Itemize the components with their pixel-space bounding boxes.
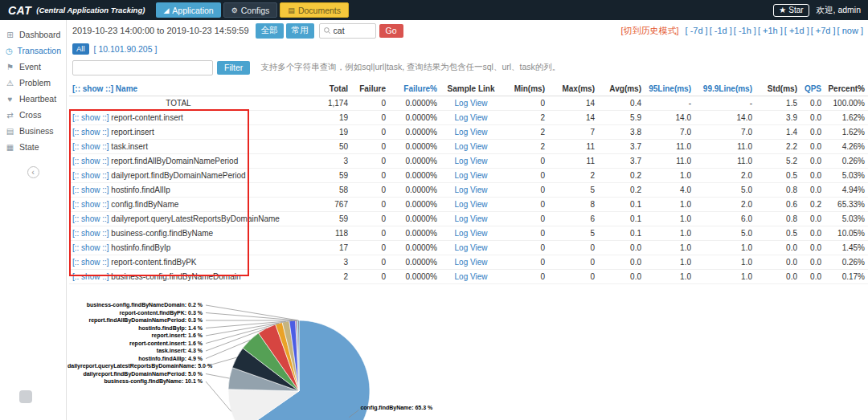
name-cell: [:: show ::] business-config.findByName	[69, 226, 288, 241]
show-link[interactable]: [:: show ::]	[72, 214, 109, 223]
time-shift-link-6[interactable]: [ now ]	[837, 26, 863, 35]
column-header-11[interactable]: QPS	[800, 82, 825, 96]
log-view-link[interactable]: Log View	[455, 272, 488, 281]
time-nav: [切到历史模式] [ -7d ][ -1d ][ -1h ][ +1h ][ +…	[620, 25, 863, 37]
show-link[interactable]: [:: show ::]	[72, 142, 109, 151]
log-view-link[interactable]: Log View	[455, 142, 488, 151]
sidebar-item-heartbeat[interactable]: ♥Heartbeat	[0, 91, 66, 107]
table-cell: 0	[502, 255, 548, 270]
sidebar-item-transaction[interactable]: ◷Transaction	[0, 43, 66, 59]
machine-all-chip[interactable]: All	[72, 43, 89, 55]
sidebar-item-problem[interactable]: ⚠Problem	[0, 75, 66, 91]
time-shift-link-3[interactable]: [ +1h ]	[758, 26, 783, 35]
show-link[interactable]: [:: show ::]	[72, 186, 109, 194]
time-shift-link-1[interactable]: [ -1d ]	[710, 26, 732, 35]
table-cell: 0	[351, 125, 389, 140]
log-view-link[interactable]: Log View	[455, 99, 488, 108]
tab-documents[interactable]: ▤ Documents	[280, 2, 349, 18]
table-cell: 8	[548, 198, 598, 212]
table-cell: 0.0000%	[389, 140, 440, 154]
table-cell: 7.0	[694, 125, 755, 140]
sidebar-item-event[interactable]: ⚑Event	[0, 59, 66, 75]
show-link[interactable]: [:: show ::]	[72, 171, 109, 180]
sidebar-item-business[interactable]: ▤Business	[0, 123, 66, 139]
log-view-link[interactable]: Log View	[455, 128, 488, 137]
sample-link-cell: Log View	[440, 96, 502, 111]
time-shift-link-2[interactable]: [ -1h ]	[734, 26, 756, 35]
app-logo: CAT	[8, 4, 31, 17]
table-cell: 7	[548, 125, 598, 140]
scroll-top-widget[interactable]	[19, 390, 32, 403]
column-header-3[interactable]: Failure%	[389, 82, 440, 96]
sample-link-cell: Log View	[440, 183, 502, 198]
machine-ip-link[interactable]: [ 10.101.90.205 ]	[94, 44, 158, 54]
common-button[interactable]: 常用	[286, 23, 314, 39]
star-button[interactable]: ★ Star	[773, 4, 809, 17]
table-cell: 11	[548, 154, 598, 169]
sidebar-item-label: Business	[19, 126, 54, 136]
filter-button[interactable]: Filter	[217, 61, 250, 75]
table-cell: -	[645, 96, 694, 111]
log-view-link[interactable]: Log View	[455, 229, 488, 238]
welcome-user-link[interactable]: 欢迎, admin	[817, 5, 861, 16]
tab-application[interactable]: ◢ Application	[156, 2, 220, 18]
table-cell: 0.1	[598, 198, 645, 212]
show-link[interactable]: [:: show ::]	[72, 128, 109, 137]
log-view-link[interactable]: Log View	[455, 258, 488, 267]
table-cell: 11.0	[694, 154, 755, 169]
sample-link-cell: Log View	[440, 125, 502, 140]
column-header-0[interactable]: [:: show ::] Name	[69, 82, 288, 96]
time-shift-link-5[interactable]: [ +7d ]	[811, 26, 836, 35]
time-shift-link-4[interactable]: [ +1d ]	[784, 26, 809, 35]
sample-link-cell: Log View	[440, 241, 502, 255]
column-header-9[interactable]: 99.9Line(ms)	[694, 82, 755, 96]
table-cell: 1,174	[288, 96, 351, 111]
name-cell: [:: show ::] business-config.findByNameD…	[69, 270, 288, 284]
table-row: [:: show ::] report-content.findByPK300.…	[69, 255, 868, 270]
pie-label-report-content.findByPK: report-content.findByPK: 0.3 %	[68, 310, 203, 316]
show-link[interactable]: [:: show ::]	[72, 258, 109, 267]
tab-configs[interactable]: ⚙ Configs	[223, 2, 278, 18]
table-cell: 5.0	[694, 183, 755, 198]
table-cell: 0.0	[800, 226, 825, 241]
log-view-link[interactable]: Log View	[455, 214, 488, 223]
table-cell: 0	[351, 212, 389, 226]
sidebar-item-state[interactable]: ▦State	[0, 139, 66, 155]
search-input[interactable]	[334, 26, 372, 35]
machine-bar: All [ 10.101.90.205 ]	[68, 41, 868, 57]
log-view-link[interactable]: Log View	[455, 186, 488, 194]
column-header-2: Failure	[351, 82, 389, 96]
show-link[interactable]: [:: show ::]	[72, 243, 109, 252]
history-mode-link[interactable]: [切到历史模式]	[620, 25, 678, 37]
table-cell: 3.9	[755, 111, 800, 125]
pie-leader-line	[206, 305, 298, 320]
log-view-link[interactable]: Log View	[455, 171, 488, 180]
table-cell: 0	[351, 154, 389, 169]
show-link[interactable]: [:: show ::]	[72, 113, 109, 122]
go-button[interactable]: Go	[379, 24, 403, 38]
table-cell: 0.17%	[825, 270, 868, 284]
pie-label-hostinfo.findByIp: hostinfo.findByIp: 1.4 %	[68, 325, 203, 331]
table-cell: 0.0	[800, 270, 825, 284]
log-view-link[interactable]: Log View	[455, 243, 488, 252]
show-link[interactable]: [:: show ::]	[72, 200, 109, 209]
table-cell: 5.2	[755, 154, 800, 169]
column-header-8[interactable]: 95Line(ms)	[645, 82, 694, 96]
sidebar-item-cross[interactable]: ⇄Cross	[0, 107, 66, 123]
pie-label-report-content.insert: report-content.insert: 1.6 %	[68, 340, 203, 346]
time-shift-link-0[interactable]: [ -7d ]	[686, 26, 708, 35]
all-button[interactable]: 全部	[256, 23, 284, 39]
table-cell: 0.0000%	[389, 198, 440, 212]
log-view-link[interactable]: Log View	[455, 113, 488, 122]
sidebar-item-dashboard[interactable]: ⊞Dashboard	[0, 27, 66, 43]
table-cell: 0.0000%	[389, 169, 440, 183]
log-view-link[interactable]: Log View	[455, 200, 488, 209]
show-link[interactable]: [:: show ::]	[72, 157, 109, 165]
show-link[interactable]: [:: show ::]	[72, 272, 109, 281]
show-link[interactable]: [:: show ::]	[72, 229, 109, 238]
pie-label-business-config.findByName: business-config.findByName: 10.1 %	[68, 378, 203, 384]
table-cell: 0.0000%	[389, 212, 440, 226]
filter-input[interactable]	[72, 60, 213, 75]
sidebar-collapse-button[interactable]: ‹	[27, 166, 39, 178]
log-view-link[interactable]: Log View	[455, 157, 488, 165]
